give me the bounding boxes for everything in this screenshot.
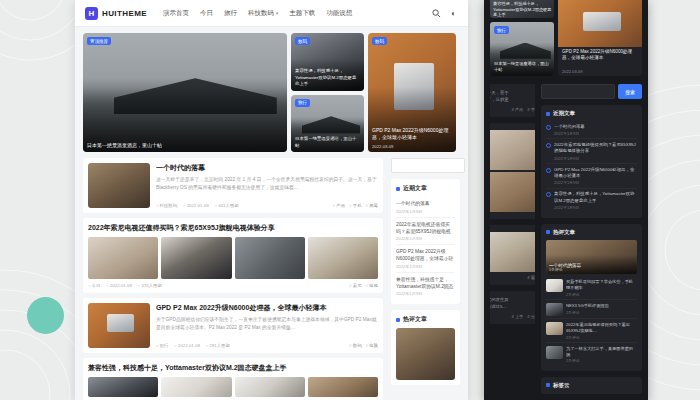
dark-article-list: 哀悼的日子。这一天，基于 服务都无法使用了，这就意 产品 手机 黑莓 索尼 电视 <box>490 84 535 394</box>
recent-item[interactable]: 2022年索尼电视还值得买吗？索尼65X95J旗舰电视体验分享 2022年1月9… <box>396 218 455 246</box>
nav-item-features[interactable]: 功能设想 <box>326 9 352 18</box>
recent-item-title[interactable]: 一个时代的落幕 <box>396 200 455 207</box>
hot-item[interactable]: 为了一杯水大打出手，真是圈养惹的祸 1条评论 <box>546 343 637 366</box>
hot-item[interactable]: 买新手机最怕踩雷？学会这些，手机稳不翻车 2条评论 <box>546 277 637 301</box>
featured-tall-card[interactable]: 数码 GPD P2 Max 2022升级N6000处理器，全球最小轻薄本 202… <box>368 33 456 152</box>
nav-item-travel[interactable]: 旅行 <box>224 9 237 18</box>
tag[interactable]: 手机 <box>527 107 535 112</box>
hot-item[interactable]: 2022年索尼电视还值得买吗？索尼65X95J旗舰电… 2条评论 <box>546 319 637 343</box>
featured-mid-top-title: 兼容性强，科技感十足，Yottamaster双协议M.2固态硬盘盒上手 <box>295 68 360 87</box>
article-card-4[interactable]: 兼容性强，科技感十足，Yottamaster双协议M.2固态硬盘盒上手 <box>83 358 383 400</box>
recent-item-title[interactable]: GPD P2 Max 2022升级N6000处理器，全球最小轻薄本 <box>554 167 637 180</box>
featured-section: 置顶推荐 日本第一绝景温泉酒店，里山十帖 数码 兼容性强，科技感十足，Yotta… <box>83 33 460 152</box>
widget-title: 近期文章 <box>546 110 637 117</box>
tag-list: 上手 分享 硬盘 <box>490 314 535 319</box>
recent-item-title[interactable]: 2022年索尼电视还值得买吗？索尼65X95J旗舰电视体验分享 <box>396 221 455 235</box>
article-thumbnail <box>88 303 150 348</box>
tag[interactable]: 电视 <box>366 283 378 288</box>
recent-item-title[interactable]: 一个时代的落幕 <box>554 124 637 130</box>
article-excerpt: 这一天终于还是来了，北京时间 2022 年 1 月 4 日，一个全世界天然黑莓粉… <box>156 176 378 192</box>
featured-mid-top-card[interactable]: 数码 兼容性强，科技感十足，Yottamaster双协议M.2固态硬盘盒上手 <box>291 33 364 91</box>
article-card-3[interactable]: GPD P2 Max 2022升级N6000处理器，全球最小轻薄本 关于GPD品… <box>83 298 383 353</box>
featured-badge[interactable]: 旅行 <box>494 26 509 34</box>
article-meta: 旅行 2022.01.09 291人围观 数码 电脑 <box>156 343 378 348</box>
tag[interactable]: 分享 <box>527 314 535 319</box>
category-label[interactable]: 今日 <box>88 283 100 288</box>
hot-item-comments: 1条评论 <box>566 358 637 363</box>
nav-item-home[interactable]: 演示首页 <box>163 9 189 18</box>
hot-item-title[interactable]: NEX3 5G手机评测报告 <box>566 303 637 309</box>
dark-article-card-3[interactable]: 索尼 电视 <box>490 225 535 285</box>
tag[interactable]: 索尼 <box>349 283 361 288</box>
recent-item[interactable]: 兼容性强，科技感十足，Yottamaster双协议M.2固态硬盘盒上手 2022… <box>546 189 637 213</box>
hot-item-title[interactable]: 2022年索尼电视还值得买吗？索尼65X95J旗舰电… <box>566 322 637 334</box>
article-excerpt-line: 响？！之前我们曾说过5… <box>490 303 535 310</box>
dark-article-card-1[interactable]: 哀悼的日子。这一天，基于 服务都无法使用了，这就意 产品 手机 黑莓 <box>490 84 535 117</box>
hot-item-title[interactable]: 为了一杯水大打出手，真是圈养惹的祸 <box>566 346 637 358</box>
nav-item-today[interactable]: 今日 <box>200 9 213 18</box>
recent-item[interactable]: 一个时代的落幕 2022年1月9日 <box>546 121 637 139</box>
featured-badge[interactable]: 置顶推荐 <box>87 37 111 45</box>
nav-item-download[interactable]: 主题下载 <box>289 9 315 18</box>
tag[interactable]: 索尼 <box>527 275 535 280</box>
hot-item-comments: 2条评论 <box>566 292 637 297</box>
tag[interactable]: 黑莓 <box>366 203 378 208</box>
search-button[interactable]: 搜索 <box>618 84 642 99</box>
dark-article-card-4[interactable]: 为什么买了一堆大的发生异 响？！之前我们曾说过5… 上手 分享 硬盘 <box>490 291 535 324</box>
recent-item-title[interactable]: 兼容性强，科技感十足，Yottamaster双协议M.2固态硬盘盒上手 <box>396 276 455 290</box>
widget-title: 热评文章 <box>396 315 455 324</box>
tag[interactable]: 产品 <box>511 107 523 112</box>
category-label[interactable]: 旅行 <box>156 343 168 348</box>
dark-featured-tall-card[interactable]: GPD P2 Max 2022升级N6000处理器，全球最小轻薄本 2022-0… <box>558 0 642 76</box>
dark-featured-card-yottamaster[interactable]: 兼容性强，科技感十足，Yottamaster双协议M.2固态硬盘盒上手 <box>490 0 554 18</box>
featured-badge[interactable]: 数码 <box>295 37 310 45</box>
gallery-photo <box>490 172 535 212</box>
dark-theme-screenshot: 兼容性强，科技感十足，Yottamaster双协议M.2固态硬盘盒上手 旅行 日… <box>484 0 648 400</box>
tag[interactable]: 电脑 <box>366 343 378 348</box>
nav-item-tech[interactable]: 科技数码 ▾ <box>248 9 278 18</box>
tag[interactable]: 产品 <box>333 203 345 208</box>
featured-mid-bottom-card[interactable]: 旅行 日本第一绝景温泉酒店，里山十帖 <box>291 95 364 153</box>
article-title[interactable]: 一个时代的落幕 <box>156 163 378 173</box>
dark-featured-section: 兼容性强，科技感十足，Yottamaster双协议M.2固态硬盘盒上手 旅行 日… <box>490 0 642 76</box>
search-icon[interactable] <box>432 9 441 18</box>
hot-item-title[interactable]: 买新手机最怕踩雷？学会这些，手机稳不翻车 <box>566 279 637 291</box>
article-card-1[interactable]: 一个时代的落幕 这一天终于还是来了，北京时间 2022 年 1 月 4 日，一个… <box>83 158 383 213</box>
site-logo[interactable]: H <box>85 7 98 20</box>
gallery-photo <box>235 237 305 279</box>
sidebar: 搜索 近期文章 一个时代的落幕 2022年1月9日 2022年索尼电视还值得买吗… <box>391 158 460 400</box>
tag[interactable]: 上手 <box>511 314 523 319</box>
featured-card-title: 兼容性强，科技感十足，Yottamaster双协议M.2固态硬盘盒上手 <box>493 1 552 18</box>
gallery-photo <box>490 232 535 272</box>
featured-main-card[interactable]: 置顶推荐 日本第一绝景温泉酒店，里山十帖 <box>83 33 287 152</box>
article-title[interactable]: 2022年索尼电视还值得买吗？索尼65X95J旗舰电视体验分享 <box>88 223 378 233</box>
dark-tag-cloud-widget: 标签云 <box>541 377 642 394</box>
recent-item[interactable]: GPD P2 Max 2022升级N6000处理器，全球最小轻薄本 2022年1… <box>546 164 637 189</box>
recent-item[interactable]: 2022年索尼电视还值得买吗？索尼65X95J旗舰电视体验分享 2022年1月9… <box>546 139 637 164</box>
recent-item-title[interactable]: 兼容性强，科技感十足，Yottamaster双协议M.2固态硬盘盒上手 <box>554 191 637 204</box>
dark-mode-toggle-icon[interactable]: ◐ <box>449 9 458 18</box>
tag[interactable]: 手机 <box>349 203 361 208</box>
hot-article-thumbnail[interactable] <box>396 328 455 380</box>
featured-badge[interactable]: 旅行 <box>295 99 310 107</box>
dark-article-card-2[interactable] <box>490 123 535 219</box>
hot-item-comments: 2条评论 <box>566 310 637 315</box>
recent-item[interactable]: 一个时代的落幕 2022年1月9日 <box>396 197 455 218</box>
dark-featured-card-house[interactable]: 旅行 日本第一绝景温泉酒店，里山十帖 <box>490 22 554 76</box>
article-card-2[interactable]: 2022年索尼电视还值得买吗？索尼65X95J旗舰电视体验分享 今日 2022.… <box>83 218 383 293</box>
recent-item-title[interactable]: 2022年索尼电视还值得买吗？索尼65X95J旗舰电视体验分享 <box>554 142 637 155</box>
recent-item[interactable]: GPD P2 Max 2022升级N6000处理器，全球最小轻薄本 2022年1… <box>396 245 455 273</box>
hot-item[interactable]: NEX3 5G手机评测报告 2条评论 <box>546 300 637 319</box>
recent-item[interactable]: 兼容性强，科技感十足，Yottamaster双协议M.2固态硬盘盒上手 2022… <box>396 273 455 300</box>
brand-name[interactable]: HUITHEME <box>102 9 147 18</box>
tag[interactable]: 数码 <box>349 343 361 348</box>
main-nav: 演示首页 今日 旅行 科技数码 ▾ 主题下载 功能设想 <box>163 9 352 18</box>
search-input[interactable] <box>391 158 465 173</box>
article-title[interactable]: GPD P2 Max 2022升级N6000处理器，全球最小轻薄本 <box>156 303 378 313</box>
hot-feature-card[interactable]: 一个时代的落幕 1条评论 <box>546 240 637 274</box>
search-input[interactable] <box>541 84 615 99</box>
featured-badge[interactable]: 数码 <box>372 37 387 45</box>
category-label[interactable]: 科技数码 <box>156 203 177 208</box>
recent-item-title[interactable]: GPD P2 Max 2022升级N6000处理器，全球最小轻薄本 <box>396 248 455 262</box>
article-title[interactable]: 兼容性强，科技感十足，Yottamaster双协议M.2固态硬盘盒上手 <box>88 363 378 373</box>
